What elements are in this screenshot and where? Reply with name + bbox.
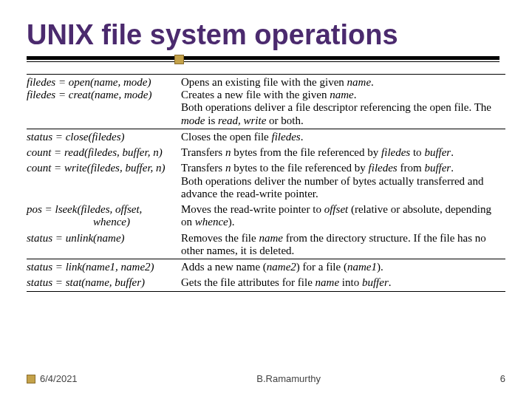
op-link: status = link(name1, name2) [27,259,181,276]
op-write: count = write(filedes, buffer, n) [27,160,181,202]
accent-square-icon [27,375,35,383]
op-write-desc: Transfers n bytes to the file referenced… [181,160,505,202]
slide-footer: 6/4/2021 B.Ramamurthy 6 [27,373,505,384]
op-unlink-desc: Removes the file name from the directory… [181,231,505,259]
accent-square-icon [174,55,184,64]
slide-title: UNIX file system operations [27,21,505,50]
footer-author: B.Ramamurthy [256,373,321,384]
op-close: status = close(filedes) [27,129,181,145]
title-underline [27,56,505,66]
op-unlink: status = unlink(name) [27,231,181,259]
op-read-desc: Transfers n bytes from the file referenc… [181,145,505,160]
footer-page-number: 6 [500,373,505,384]
op-open-creat: filedes = open(name, mode) filedes = cre… [27,74,181,129]
op-open-creat-desc: Opens an existing file with the given na… [181,74,505,129]
op-stat-desc: Gets the file attributes for file name i… [181,275,505,291]
footer-date: 6/4/2021 [40,373,78,384]
op-close-desc: Closes the open file filedes. [181,129,505,145]
op-link-desc: Adds a new name (name2) for a file (name… [181,259,505,276]
op-stat: status = stat(name, buffer) [27,275,181,291]
op-lseek: pos = lseek(filedes, offset, whence) [27,202,181,231]
op-read: count = read(filedes, buffer, n) [27,145,181,160]
op-lseek-desc: Moves the read-write pointer to offset (… [181,202,505,231]
operations-table: filedes = open(name, mode) filedes = cre… [27,74,505,292]
